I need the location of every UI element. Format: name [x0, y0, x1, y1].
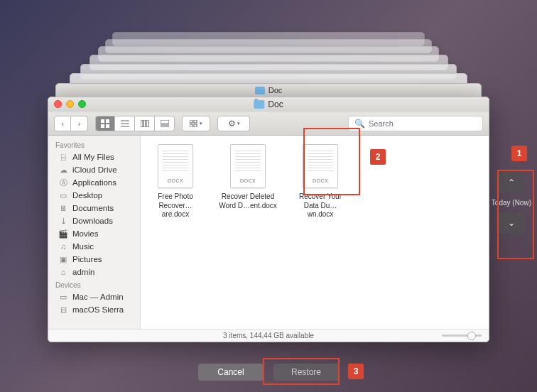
toolbar: ‹ › ▾ ⚙ ▾ 🔍: [48, 111, 489, 136]
sidebar-item-label: All My Files: [72, 153, 114, 161]
docx-file-icon: DOCX: [158, 144, 193, 188]
sidebar-item-label: Music: [72, 242, 94, 251]
back-button[interactable]: ‹: [54, 116, 71, 131]
gear-icon: ⚙: [228, 119, 236, 129]
background-window-title: Doc: [55, 83, 482, 97]
sidebar-item-mac[interactable]: ▭Mac — Admin: [48, 290, 140, 303]
folder-icon: [254, 100, 264, 109]
forward-button[interactable]: ›: [71, 116, 88, 131]
close-button[interactable]: [54, 100, 62, 108]
file-ext-label: DOCX: [231, 178, 265, 183]
icon-view-button[interactable]: [95, 116, 115, 131]
sidebar-item-allmyfiles[interactable]: ⌸All My Files: [48, 151, 140, 163]
svg-rect-3: [106, 124, 109, 128]
annotation-badge-3: 3: [348, 364, 364, 379]
sidebar-item-label: Desktop: [72, 191, 102, 200]
file-name-label: Free Photo Recover…are.docx: [146, 192, 205, 219]
arrange-icon: [190, 120, 198, 127]
grid-icon: [101, 119, 109, 128]
file-item[interactable]: DOCX Free Photo Recover…are.docx: [146, 144, 205, 219]
cloud-icon: ☁: [58, 165, 68, 174]
pictures-icon: ▣: [58, 255, 68, 263]
window-title: Doc: [254, 99, 283, 109]
annotation-box-1: [497, 170, 534, 259]
coverflow-view-button[interactable]: [155, 116, 175, 131]
allmyfiles-icon: ⌸: [58, 153, 68, 161]
sidebar-item-label: Movies: [72, 229, 98, 238]
sidebar-item-downloads[interactable]: ⤓Downloads: [48, 214, 140, 227]
desktop-icon: ▭: [58, 191, 68, 200]
sidebar-group-label: Favorites: [48, 138, 140, 151]
chevron-down-icon: ▾: [237, 121, 240, 126]
annotation-badge-1: 1: [511, 146, 527, 161]
sidebar-group-label: Devices: [48, 278, 140, 290]
action-dropdown[interactable]: ⚙ ▾: [217, 116, 250, 131]
annotation-box-2: [303, 128, 360, 195]
svg-rect-0: [101, 119, 104, 123]
applications-icon: Ⓐ: [58, 178, 68, 187]
search-input[interactable]: [369, 119, 477, 128]
sidebar-item-label: admin: [72, 268, 94, 276]
svg-rect-1: [106, 119, 109, 123]
sidebar-item-label: Mac — Admin: [72, 293, 124, 301]
chevron-down-icon: ▾: [200, 121, 202, 126]
sidebar-item-music[interactable]: ♫Music: [48, 240, 140, 253]
svg-rect-15: [190, 124, 192, 127]
sidebar-item-label: Pictures: [72, 255, 102, 263]
view-mode-segment: [95, 116, 175, 131]
status-text: 3 items, 144,44 GB available: [223, 332, 314, 339]
background-window-title-text: Doc: [268, 86, 283, 94]
svg-rect-2: [101, 124, 104, 128]
icon-size-slider[interactable]: [442, 334, 482, 337]
window-title-text: Doc: [268, 99, 283, 109]
sidebar-item-label: Documents: [72, 204, 114, 212]
annotation-box-3: [263, 358, 340, 385]
sidebar-item-icloud[interactable]: ☁iCloud Drive: [48, 163, 140, 176]
sidebar-item-label: Downloads: [72, 217, 113, 225]
sidebar-item-disk[interactable]: ⊟macOS Sierra: [48, 303, 140, 316]
sidebar: Favorites ⌸All My Files ☁iCloud Drive ⒶA…: [48, 136, 141, 329]
traffic-lights: [54, 100, 86, 108]
sidebar-item-applications[interactable]: ⒶApplications: [48, 176, 140, 189]
svg-rect-10: [161, 120, 169, 124]
titlebar: Doc: [48, 97, 489, 111]
list-icon: [121, 120, 129, 127]
folder-icon: [255, 87, 265, 94]
sidebar-item-label: Applications: [72, 178, 116, 187]
status-bar: 3 items, 144,44 GB available: [48, 329, 489, 342]
search-field[interactable]: 🔍: [348, 116, 483, 131]
nav-buttons: ‹ ›: [54, 116, 88, 131]
svg-rect-8: [143, 120, 146, 127]
annotation-badge-2: 2: [370, 149, 386, 165]
svg-rect-13: [190, 120, 192, 123]
file-name-label: Recover Your Data Du…wn.docx: [291, 192, 349, 219]
arrange-dropdown[interactable]: ▾: [182, 116, 210, 131]
svg-rect-9: [146, 120, 148, 127]
search-icon: 🔍: [354, 119, 365, 129]
columns-icon: [141, 120, 149, 127]
list-view-button[interactable]: [115, 116, 135, 131]
disk-icon: ⊟: [58, 305, 68, 314]
column-view-button[interactable]: [135, 116, 155, 131]
maximize-button[interactable]: [78, 100, 86, 108]
sidebar-item-desktop[interactable]: ▭Desktop: [48, 189, 140, 202]
file-ext-label: DOCX: [158, 178, 192, 183]
downloads-icon: ⤓: [58, 217, 68, 225]
cancel-button[interactable]: Cancel: [198, 364, 264, 381]
file-item[interactable]: DOCX Recover Deleted Word D…ent.docx: [219, 144, 277, 210]
sidebar-item-admin[interactable]: ⌂admin: [48, 266, 140, 278]
docx-file-icon: DOCX: [230, 144, 266, 188]
sidebar-item-documents[interactable]: 🗎Documents: [48, 202, 140, 214]
file-name-label: Recover Deleted Word D…ent.docx: [219, 192, 277, 210]
svg-rect-16: [194, 124, 197, 127]
svg-rect-14: [194, 120, 197, 123]
svg-rect-7: [141, 120, 143, 127]
sidebar-item-label: macOS Sierra: [72, 305, 124, 314]
documents-icon: 🗎: [58, 204, 68, 212]
music-icon: ♫: [58, 242, 68, 251]
minimize-button[interactable]: [66, 100, 74, 108]
coverflow-icon: [161, 120, 169, 127]
sidebar-item-pictures[interactable]: ▣Pictures: [48, 253, 140, 266]
sidebar-item-movies[interactable]: 🎬Movies: [48, 227, 140, 240]
computer-icon: ▭: [58, 293, 68, 301]
